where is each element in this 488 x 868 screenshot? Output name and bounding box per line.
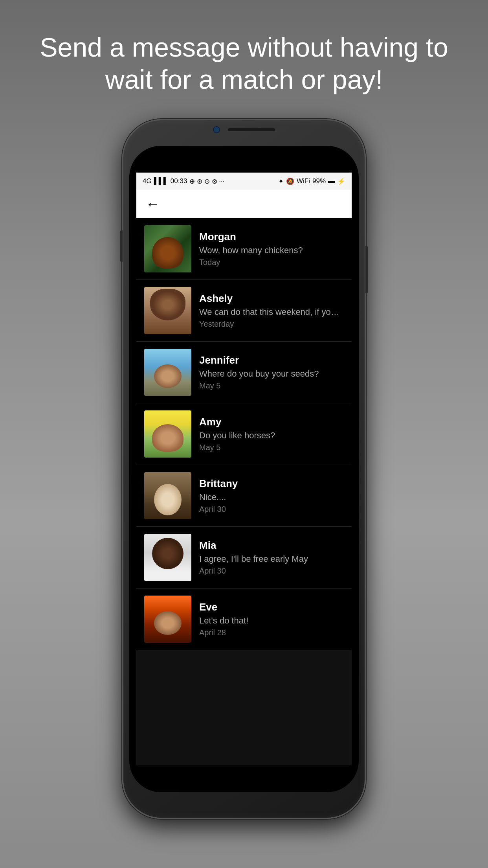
message-time: April 30 — [199, 566, 344, 576]
phone-mockup: 4G ▌▌▌ 00:33 ⊕ ⊛ ⊙ ⊗ ··· ✦ 🔕 WiFi 99% ▬ … — [122, 119, 366, 819]
message-content-jennifer: Jennifer Where do you buy your seeds? Ma… — [199, 354, 344, 390]
message-preview: Where do you buy your seeds? — [199, 369, 344, 379]
mute-icon: 🔕 — [286, 177, 294, 186]
list-item[interactable]: Brittany Nice.... April 30 — [136, 465, 352, 527]
avatar-morgan — [144, 225, 191, 272]
contact-name: Brittany — [199, 478, 344, 490]
avatar-amy — [144, 410, 191, 458]
message-time: Yesterday — [199, 320, 344, 329]
avatar-jennifer — [144, 349, 191, 396]
battery-icon: ▬ — [328, 177, 335, 185]
contact-name: Mia — [199, 539, 344, 552]
contact-name: Eve — [199, 601, 344, 613]
contact-name: Morgan — [199, 231, 344, 243]
avatar-mia — [144, 534, 191, 581]
app-bar: ← — [136, 190, 352, 218]
message-time: May 5 — [199, 381, 344, 390]
message-content-brittany: Brittany Nice.... April 30 — [199, 478, 344, 514]
list-item[interactable]: Mia I agree, I'll be free early May Apri… — [136, 527, 352, 588]
avatar-ashely — [144, 287, 191, 334]
list-item[interactable]: Amy Do you like horses? May 5 — [136, 403, 352, 465]
headline-line2: wait for a match or pay! — [105, 64, 383, 94]
notification-icons: ⊕ ⊛ ⊙ ⊗ ··· — [189, 177, 224, 186]
signal-bars: ▌▌▌ — [154, 177, 168, 185]
message-time: May 5 — [199, 443, 344, 452]
message-content-eve: Eve Let's do that! April 28 — [199, 601, 344, 637]
list-item[interactable]: Ashely We can do that this weekend, if y… — [136, 280, 352, 342]
headline: Send a message without having to wait fo… — [0, 0, 488, 119]
list-item[interactable]: Jennifer Where do you buy your seeds? Ma… — [136, 342, 352, 403]
message-content-morgan: Morgan Wow, how many chickens? Today — [199, 231, 344, 267]
messages-list: Morgan Wow, how many chickens? Today Ash… — [136, 218, 352, 765]
phone-screen: 4G ▌▌▌ 00:33 ⊕ ⊛ ⊙ ⊗ ··· ✦ 🔕 WiFi 99% ▬ … — [129, 146, 359, 792]
status-right: ✦ 🔕 WiFi 99% ▬ ⚡ — [278, 177, 345, 186]
status-bar: 4G ▌▌▌ 00:33 ⊕ ⊛ ⊙ ⊗ ··· ✦ 🔕 WiFi 99% ▬ … — [136, 173, 352, 190]
message-preview: I agree, I'll be free early May — [199, 554, 344, 564]
message-preview: Do you like horses? — [199, 430, 344, 441]
status-left: 4G ▌▌▌ 00:33 ⊕ ⊛ ⊙ ⊗ ··· — [143, 177, 224, 186]
bluetooth-icon: ✦ — [278, 177, 284, 186]
status-time: 00:33 — [171, 177, 187, 185]
contact-name: Jennifer — [199, 354, 344, 366]
message-time: Today — [199, 258, 344, 267]
avatar-brittany — [144, 472, 191, 519]
message-preview: We can do that this weekend, if you are … — [199, 307, 344, 317]
phone-notch — [213, 126, 275, 133]
list-item[interactable]: Eve Let's do that! April 28 — [136, 588, 352, 650]
contact-name: Amy — [199, 416, 344, 428]
message-content-ashely: Ashely We can do that this weekend, if y… — [199, 292, 344, 329]
message-content-amy: Amy Do you like horses? May 5 — [199, 416, 344, 452]
network-icon: 4G — [143, 177, 152, 185]
battery-percent: 99% — [312, 177, 326, 185]
speaker-slot — [228, 128, 275, 131]
message-content-mia: Mia I agree, I'll be free early May Apri… — [199, 539, 344, 576]
contact-name: Ashely — [199, 292, 344, 305]
message-preview: Nice.... — [199, 492, 344, 502]
headline-line1: Send a message without having to — [40, 32, 448, 62]
message-preview: Wow, how many chickens? — [199, 245, 344, 256]
wifi-icon: WiFi — [297, 177, 310, 185]
avatar-eve — [144, 596, 191, 643]
camera-dot — [213, 126, 220, 133]
message-time: April 30 — [199, 505, 344, 514]
message-preview: Let's do that! — [199, 616, 344, 626]
charge-icon: ⚡ — [337, 177, 345, 186]
message-time: April 28 — [199, 628, 344, 637]
list-item[interactable]: Morgan Wow, how many chickens? Today — [136, 218, 352, 280]
back-button[interactable]: ← — [146, 196, 160, 212]
